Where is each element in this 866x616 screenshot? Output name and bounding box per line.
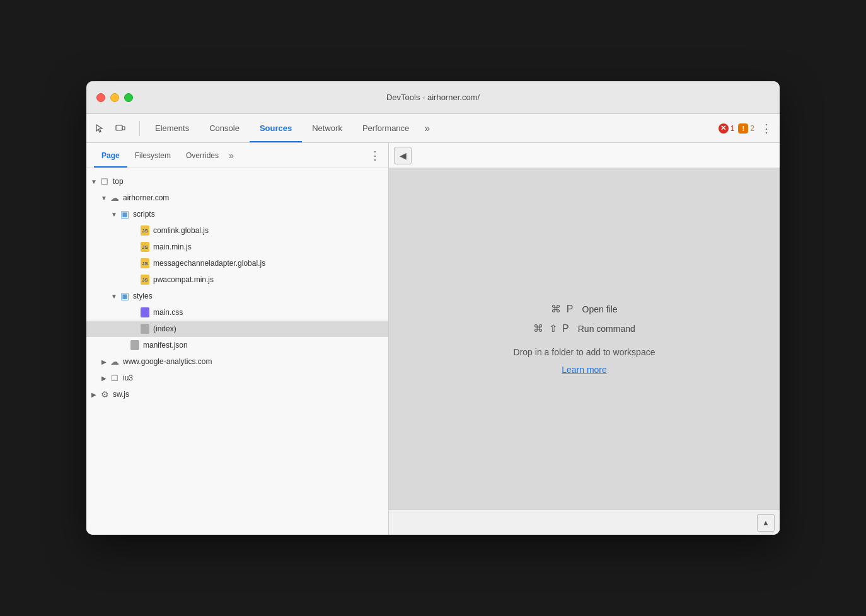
svg-rect-0 <box>116 125 122 130</box>
tree-arrow-sw <box>89 391 99 398</box>
js-icon-pwacompat: JS <box>139 274 151 285</box>
workspace-text: Drop in a folder to add to workspace <box>514 347 655 357</box>
error-icon: ✕ <box>719 123 729 134</box>
warning-icon: ! <box>738 123 748 134</box>
tree-arrow-google <box>99 358 109 365</box>
right-main: ⌘ P Open file ⌘ ⇧ P Run command Drop in … <box>389 168 780 510</box>
tree-label-top: top <box>113 177 383 186</box>
tree-item-sw[interactable]: ⚙ sw.js <box>86 386 388 402</box>
tree-label-styles: styles <box>133 292 383 300</box>
sub-tabs: Page Filesystem Overrides » ⋮ <box>86 143 388 168</box>
right-panel: ◀ ⌘ P Open file ⌘ ⇧ P Run command Drop i… <box>389 143 780 535</box>
tree-label-google: www.google-analytics.com <box>123 357 383 366</box>
tree-item-airhorner[interactable]: ☁ airhorner.com <box>86 190 388 206</box>
shortcut-run-command: ⌘ ⇧ P Run command <box>533 322 635 334</box>
tree-arrow-airhorner <box>99 195 109 202</box>
tree-item-comlink[interactable]: JS comlink.global.js <box>86 222 388 239</box>
minimize-button[interactable] <box>110 93 119 102</box>
tree-item-main-min[interactable]: JS main.min.js <box>86 239 388 255</box>
tab-console[interactable]: Console <box>199 114 250 142</box>
learn-more-link[interactable]: Learn more <box>562 365 607 375</box>
gear-icon-sw: ⚙ <box>99 389 110 400</box>
tree-label-sw: sw.js <box>113 390 383 399</box>
open-file-keys: ⌘ P <box>551 303 574 315</box>
warning-badge: ! 2 <box>738 123 754 134</box>
tab-more-button[interactable]: » <box>419 123 435 134</box>
tree-label-comlink: comlink.global.js <box>153 226 383 235</box>
tab-sources[interactable]: Sources <box>250 114 302 142</box>
tree-item-pwacompat[interactable]: JS pwacompat.min.js <box>86 271 388 288</box>
close-button[interactable] <box>96 93 105 102</box>
js-icon-messagechannel: JS <box>139 258 151 269</box>
tab-elements[interactable]: Elements <box>145 114 199 142</box>
generic-icon-manifest <box>129 339 141 351</box>
folder-icon-scripts: ▣ <box>119 208 130 220</box>
open-file-label: Open file <box>582 304 618 314</box>
devtools-window: DevTools - airhorner.com/ Elements C <box>86 81 780 535</box>
right-toolbar: ◀ <box>389 143 780 168</box>
cloud-icon-airhorner: ☁ <box>109 192 120 203</box>
tree-label-main-css: main.css <box>153 308 383 317</box>
sub-tab-filesystem[interactable]: Filesystem <box>127 143 178 168</box>
tree-item-main-css[interactable]: main.css <box>86 304 388 321</box>
tree-item-top[interactable]: ☐ top <box>86 173 388 190</box>
tree-item-google-analytics[interactable]: ☁ www.google-analytics.com <box>86 353 388 370</box>
js-icon-main-min: JS <box>139 241 151 253</box>
tree-item-index[interactable]: (index) <box>86 321 388 337</box>
title-bar: DevTools - airhorner.com/ <box>86 81 780 114</box>
tree-item-messagechannel[interactable]: JS messagechanneladapter.global.js <box>86 255 388 271</box>
tree-label-iu3: iu3 <box>123 374 383 382</box>
css-icon-main <box>139 307 151 318</box>
js-icon-comlink: JS <box>139 225 151 236</box>
tree-arrow-iu3 <box>99 375 109 382</box>
panel-toggle-button[interactable]: ◀ <box>394 147 412 164</box>
sub-tab-page[interactable]: Page <box>94 143 127 168</box>
left-panel: Page Filesystem Overrides » ⋮ ☐ top <box>86 143 389 535</box>
cloud-icon-google: ☁ <box>109 356 120 367</box>
window-title: DevTools - airhorner.com/ <box>386 93 480 102</box>
tab-network[interactable]: Network <box>302 114 352 142</box>
tree-item-manifest[interactable]: manifest.json <box>86 337 388 353</box>
tree-arrow-scripts <box>109 211 119 218</box>
svg-rect-1 <box>122 127 125 130</box>
sub-tab-more[interactable]: » <box>226 151 236 161</box>
tree-arrow-styles <box>109 293 119 300</box>
file-tree: ☐ top ☁ airhorner.com ▣ scripts <box>86 168 388 535</box>
toolbar-divider <box>139 121 140 136</box>
error-count: 1 <box>730 124 735 133</box>
sub-tab-dots[interactable]: ⋮ <box>369 149 381 163</box>
shortcut-open-file: ⌘ P Open file <box>551 303 617 315</box>
device-icon[interactable] <box>112 120 129 137</box>
sub-tab-overrides[interactable]: Overrides <box>178 143 226 168</box>
run-command-label: Run command <box>578 324 635 334</box>
tree-label-airhorner: airhorner.com <box>123 193 383 202</box>
run-command-keys: ⌘ ⇧ P <box>533 322 570 334</box>
toolbar-icons <box>91 120 129 137</box>
folder-icon-styles: ▣ <box>119 290 130 302</box>
tree-arrow-top <box>89 178 99 185</box>
tree-label-manifest: manifest.json <box>143 341 383 350</box>
bottom-bar: ▲ <box>389 510 780 535</box>
tree-label-main-min: main.min.js <box>153 242 383 251</box>
maximize-button[interactable] <box>124 93 133 102</box>
tree-label-scripts: scripts <box>133 210 383 219</box>
generic-icon-index <box>139 323 151 334</box>
main-toolbar: Elements Console Sources Network Perform… <box>86 114 780 143</box>
main-content: Page Filesystem Overrides » ⋮ ☐ top <box>86 143 780 535</box>
tree-item-styles[interactable]: ▣ styles <box>86 288 388 304</box>
toolbar-right: ✕ 1 ! 2 ⋮ <box>719 119 775 138</box>
tab-nav: Elements Console Sources Network Perform… <box>145 114 716 142</box>
tab-performance[interactable]: Performance <box>352 114 419 142</box>
warning-count: 2 <box>750 124 754 133</box>
tree-item-scripts[interactable]: ▣ scripts <box>86 206 388 222</box>
traffic-lights <box>96 93 133 102</box>
tree-label-index: (index) <box>153 324 383 333</box>
menu-dots-button[interactable]: ⋮ <box>758 119 775 138</box>
window-icon: ☐ <box>99 176 110 187</box>
tree-item-iu3[interactable]: ☐ iu3 <box>86 370 388 386</box>
tree-label-messagechannel: messagechanneladapter.global.js <box>153 259 383 268</box>
tree-label-pwacompat: pwacompat.min.js <box>153 275 383 284</box>
inspect-icon[interactable] <box>91 120 109 137</box>
bottom-icon-button[interactable]: ▲ <box>757 514 775 532</box>
error-badge: ✕ 1 <box>719 123 735 134</box>
